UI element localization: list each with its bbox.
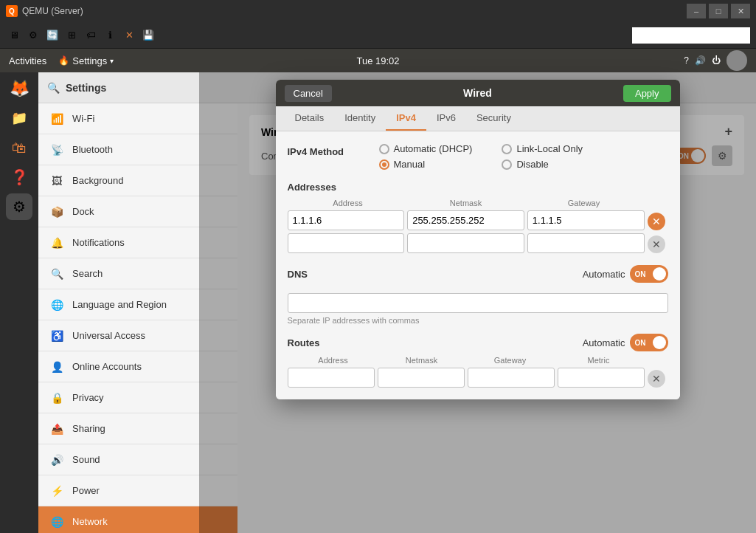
settings-title: Settings xyxy=(66,82,106,94)
dns-section: DNS Automatic ON Separate IP addresses w… xyxy=(288,265,668,325)
netmask-input-1[interactable] xyxy=(407,233,524,253)
netmask-col-header: Netmask xyxy=(409,199,524,207)
ipv4-method-section: IPv4 Method Automatic (DHCP) Manual xyxy=(288,143,668,170)
wired-dialog: Cancel Wired Apply Details Identity IPv4… xyxy=(276,80,680,399)
tab-details[interactable]: Details xyxy=(285,106,335,131)
dns-label: DNS xyxy=(288,269,583,280)
wifi-icon: 📶 xyxy=(50,113,63,125)
radio-dot-dhcp xyxy=(379,144,389,154)
delete-routes-row-0-button[interactable]: ✕ xyxy=(648,370,665,388)
address-col-header: Address xyxy=(291,199,406,207)
sidebar-item-label: Notifications xyxy=(72,237,125,248)
tab-ipv4[interactable]: IPv4 xyxy=(386,106,426,131)
dns-header: DNS Automatic ON xyxy=(288,265,668,283)
avatar xyxy=(726,50,747,71)
system-tray: ? 🔊 ⏻ xyxy=(684,50,747,71)
sidebar-item-label: Wi-Fi xyxy=(72,113,94,124)
taskbar-icon-7[interactable]: 💾 xyxy=(140,27,156,44)
routes-auto-label: Automatic xyxy=(583,337,625,348)
dialog-tabs: Details Identity IPv4 IPv6 Security xyxy=(276,106,680,131)
sidebar-item-label: Network xyxy=(72,516,108,527)
dns-input[interactable] xyxy=(288,293,668,313)
gateway-input-1[interactable] xyxy=(527,233,645,253)
radio-dot-manual xyxy=(379,159,389,170)
dock-settings[interactable]: ⚙ xyxy=(6,193,32,220)
app-icon: Q xyxy=(6,5,18,17)
gnome-topbar: Activities 🔥 Settings ▾ Tue 19:02 ? 🔊 ⏻ xyxy=(0,49,756,72)
tab-security[interactable]: Security xyxy=(466,106,521,131)
dock-help[interactable]: ❓ xyxy=(6,164,32,190)
tab-identity[interactable]: Identity xyxy=(334,106,386,131)
taskbar-icon-4[interactable]: 🏷 xyxy=(83,27,99,44)
search-icon[interactable]: 🔍 xyxy=(47,82,60,94)
radio-manual[interactable]: Manual xyxy=(379,159,473,170)
dns-toggle-label: ON xyxy=(632,270,646,278)
taskbar-icon-5[interactable]: ℹ xyxy=(102,27,118,44)
restore-button[interactable]: □ xyxy=(709,4,728,18)
routes-label: Routes xyxy=(288,337,583,348)
dock-software[interactable]: 🛍 xyxy=(6,134,32,161)
sidebar-item-label: Dock xyxy=(72,206,94,217)
taskbar: 🖥 ⚙ 🔄 ⊞ 🏷 ℹ ✕ 💾 xyxy=(0,22,756,49)
online-accounts-icon: 👤 xyxy=(50,361,63,373)
radio-dot-disable xyxy=(502,159,512,170)
routes-gateway-col: Gateway xyxy=(468,356,553,365)
routes-table-header: Address Netmask Gateway Metric xyxy=(288,356,668,365)
tab-ipv6[interactable]: IPv6 xyxy=(426,106,466,131)
dock-files[interactable]: 📁 xyxy=(6,105,32,131)
sidebar-item-label: Universal Access xyxy=(72,330,145,341)
routes-metric-input-0[interactable] xyxy=(558,368,645,388)
gateway-input-0[interactable] xyxy=(527,210,645,230)
tray-help[interactable]: ? xyxy=(684,55,689,66)
radio-dot-link-local xyxy=(502,144,512,154)
netmask-input-0[interactable] xyxy=(407,210,524,230)
dock-icon: 📦 xyxy=(50,206,63,218)
taskbar-icon-1[interactable]: ⚙ xyxy=(25,27,41,44)
routes-toggle[interactable]: ON xyxy=(630,334,668,351)
cancel-button[interactable]: Cancel xyxy=(285,85,332,102)
tray-power-icon[interactable]: ⏻ xyxy=(712,55,721,66)
sound-icon: 🔊 xyxy=(50,454,63,466)
routes-netmask-input-0[interactable] xyxy=(378,368,465,388)
routes-address-input-0[interactable] xyxy=(288,368,375,388)
taskbar-icon-0[interactable]: 🖥 xyxy=(6,27,22,44)
taskbar-icon-6[interactable]: ✕ xyxy=(121,27,137,44)
address-input-1[interactable] xyxy=(288,233,405,253)
taskbar-icon-3[interactable]: ⊞ xyxy=(63,27,80,44)
notifications-icon: 🔔 xyxy=(50,237,63,249)
apply-button[interactable]: Apply xyxy=(623,85,671,102)
language-icon: 🌐 xyxy=(50,299,63,311)
routes-section: Routes Automatic ON Address Netmask Gate… xyxy=(288,334,668,388)
radio-group-left: Automatic (DHCP) Manual xyxy=(379,143,473,170)
clock: Tue 19:02 xyxy=(356,55,399,66)
sidebar-item-label: Bluetooth xyxy=(72,144,113,155)
sidebar-item-label: Sharing xyxy=(72,423,105,434)
routes-address-col: Address xyxy=(291,356,376,365)
minimize-button[interactable]: – xyxy=(687,4,706,18)
delete-row-1-button[interactable]: ✕ xyxy=(648,235,665,253)
taskbar-icon-2[interactable]: 🔄 xyxy=(44,27,60,44)
delete-row-0-button[interactable]: ✕ xyxy=(648,213,665,230)
app-menu[interactable]: 🔥 Settings ▾ xyxy=(58,55,114,66)
taskbar-search[interactable] xyxy=(632,27,750,44)
title-bar: Q QEMU (Server) – □ ✕ xyxy=(0,0,756,22)
dns-toggle[interactable]: ON xyxy=(630,265,668,283)
radio-dhcp-label: Automatic (DHCP) xyxy=(394,143,473,154)
radio-link-local[interactable]: Link-Local Only xyxy=(502,143,583,154)
sidebar-item-label: Language and Region xyxy=(72,299,167,310)
gateway-col-header: Gateway xyxy=(527,199,642,207)
radio-manual-label: Manual xyxy=(394,159,426,170)
address-input-0[interactable] xyxy=(288,210,405,230)
routes-auto-group: Automatic ON xyxy=(583,334,668,351)
close-button[interactable]: ✕ xyxy=(731,4,750,18)
routes-gateway-input-0[interactable] xyxy=(468,368,555,388)
routes-netmask-col: Netmask xyxy=(379,356,465,365)
dock-firefox[interactable]: 🦊 xyxy=(6,75,32,102)
radio-disable[interactable]: Disable xyxy=(502,159,583,170)
address-row-1: ✕ xyxy=(288,233,668,253)
tray-sound-icon[interactable]: 🔊 xyxy=(695,55,706,66)
sharing-icon: 📤 xyxy=(50,423,63,435)
search-nav-icon: 🔍 xyxy=(50,268,63,280)
radio-dhcp[interactable]: Automatic (DHCP) xyxy=(379,143,473,154)
activities-button[interactable]: Activities xyxy=(9,55,46,66)
